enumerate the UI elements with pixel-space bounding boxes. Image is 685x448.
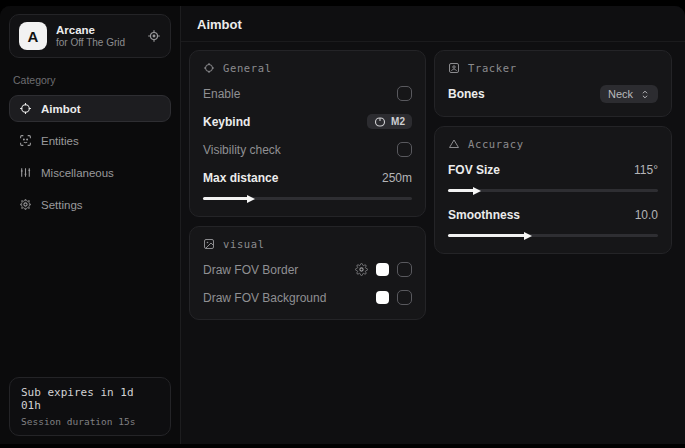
draw-fov-border-checkbox[interactable] — [397, 262, 412, 277]
visibility-check-label: Visibility check — [203, 143, 281, 157]
category-label: Category — [13, 74, 167, 86]
chevrons-up-down-icon — [640, 89, 650, 100]
row-fov-size: FOV Size 115° — [448, 161, 658, 178]
subscription-expiry: Sub expires in 1d 01h — [21, 386, 159, 412]
keybind-badge[interactable]: M2 — [367, 114, 412, 129]
sidebar-item-aimbot[interactable]: Aimbot — [9, 95, 171, 122]
row-draw-fov-background: Draw FOV Background — [203, 289, 412, 306]
gear-icon — [19, 198, 32, 211]
fov-size-slider[interactable] — [448, 186, 658, 195]
crosshair-icon — [203, 62, 215, 74]
fov-size-value: 115° — [634, 163, 658, 177]
max-distance-label: Max distance — [203, 171, 278, 185]
keybind-value: M2 — [391, 116, 405, 127]
sidebar-nav: Aimbot Entities — [9, 95, 171, 218]
draw-fov-background-label: Draw FOV Background — [203, 291, 326, 305]
draw-fov-border-label: Draw FOV Border — [203, 263, 298, 277]
enable-label: Enable — [203, 87, 240, 101]
panel-tracker: Tracker Bones Neck — [434, 50, 672, 117]
panel-title-tracker: Tracker — [468, 62, 517, 74]
main-header: Aimbot — [181, 6, 685, 42]
panel-general: General Enable Keybind — [189, 50, 426, 217]
fov-border-color-swatch[interactable] — [376, 263, 389, 276]
smoothness-slider[interactable] — [448, 231, 658, 240]
brand-logo: A — [19, 22, 47, 50]
slider-thumb[interactable] — [247, 195, 255, 203]
fov-background-color-swatch[interactable] — [376, 291, 389, 304]
image-icon — [203, 238, 215, 250]
row-bones: Bones Neck — [448, 85, 658, 103]
brand-name: Arcane — [56, 23, 138, 37]
session-duration: Session duration 15s — [21, 416, 159, 427]
max-distance-slider[interactable] — [203, 194, 412, 203]
subscription-card: Sub expires in 1d 01h Session duration 1… — [9, 377, 171, 436]
gear-target-icon[interactable] — [147, 29, 161, 43]
panel-visual: visual Draw FOV Border — [189, 226, 426, 320]
row-smoothness: Smoothness 10.0 — [448, 206, 658, 223]
bones-selected-value: Neck — [608, 88, 633, 100]
keybind-label: Keybind — [203, 115, 250, 129]
app-window: A Arcane for Off The Grid Category — [0, 0, 685, 448]
enable-checkbox[interactable] — [397, 86, 412, 101]
row-enable: Enable — [203, 85, 412, 102]
scan-face-icon — [19, 134, 32, 147]
sidebar-item-label: Miscellaneous — [41, 167, 114, 179]
sidebar-item-miscellaneous[interactable]: Miscellaneous — [9, 159, 171, 186]
sidebar: A Arcane for Off The Grid Category — [0, 6, 181, 444]
sidebar-item-entities[interactable]: Entities — [9, 127, 171, 154]
slider-thumb[interactable] — [524, 232, 532, 240]
bones-select[interactable]: Neck — [600, 85, 658, 103]
mouse-icon — [374, 117, 386, 127]
sidebar-item-label: Aimbot — [41, 103, 81, 115]
sidebar-item-settings[interactable]: Settings — [9, 191, 171, 218]
triangle-icon — [448, 138, 460, 150]
fov-size-label: FOV Size — [448, 163, 500, 177]
gear-icon[interactable] — [355, 263, 368, 276]
slider-thumb[interactable] — [473, 187, 481, 195]
max-distance-value: 250m — [382, 171, 412, 185]
brand-subtitle: for Off The Grid — [56, 37, 138, 50]
content: General Enable Keybind — [181, 42, 685, 328]
misc-grid-icon — [19, 166, 32, 179]
sidebar-item-label: Entities — [41, 135, 79, 147]
panel-title-accuracy: Accuracy — [468, 138, 524, 150]
visibility-check-checkbox[interactable] — [397, 142, 412, 157]
row-draw-fov-border: Draw FOV Border — [203, 261, 412, 278]
row-keybind: Keybind M2 — [203, 113, 412, 130]
row-visibility-check: Visibility check — [203, 141, 412, 158]
smoothness-value: 10.0 — [635, 208, 658, 222]
draw-fov-background-checkbox[interactable] — [397, 290, 412, 305]
crosshair-icon — [19, 102, 32, 115]
smoothness-label: Smoothness — [448, 208, 520, 222]
person-frame-icon — [448, 62, 460, 74]
page-title: Aimbot — [197, 17, 669, 32]
row-max-distance: Max distance 250m — [203, 169, 412, 186]
bones-label: Bones — [448, 87, 485, 101]
panel-title-general: General — [223, 62, 272, 74]
brand-card: A Arcane for Off The Grid — [9, 14, 171, 58]
panel-accuracy: Accuracy FOV Size 115° Smoothness — [434, 126, 672, 254]
panel-title-visual: visual — [223, 238, 265, 250]
main-area: Aimbot General — [181, 6, 685, 444]
app-surface: A Arcane for Off The Grid Category — [0, 6, 685, 444]
sidebar-item-label: Settings — [41, 199, 83, 211]
